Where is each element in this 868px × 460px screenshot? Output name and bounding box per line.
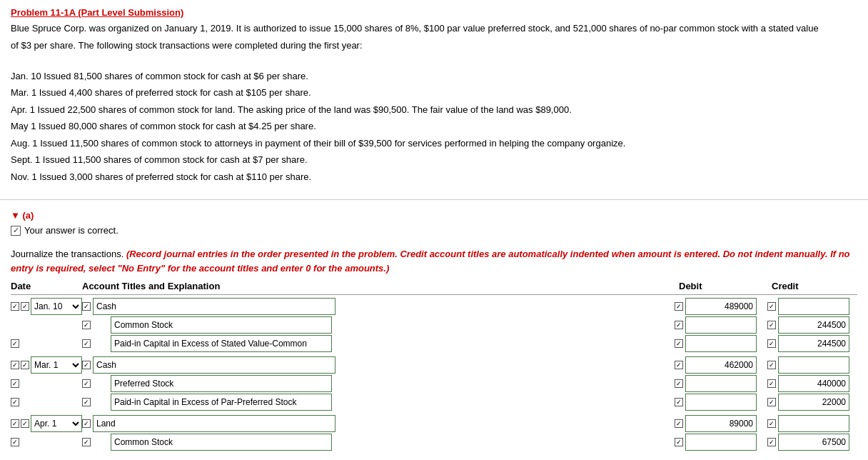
entry-jan10: ✓ ✓ Jan. 10 ✓ ✓ ✓ ✓: [11, 298, 857, 352]
account-row-check-apr1-2: ✓: [82, 438, 91, 446]
credit-input-jan10-cash[interactable]: [778, 298, 849, 315]
credit-check-mar1-3: ✓: [767, 398, 776, 406]
journal-table: Date Account Titles and Explanation Debi…: [11, 281, 857, 451]
debit-input-apr1-common[interactable]: [685, 434, 757, 451]
credit-check-apr1-2: ✓: [767, 438, 776, 446]
header-credit: Credit: [764, 281, 857, 291]
credit-check-jan10-3: ✓: [767, 339, 776, 348]
credit-check-mar1-2: ✓: [767, 379, 776, 388]
entry-mar1: ✓ ✓ Mar. 1 ✓ ✓ ✓ ✓: [11, 356, 857, 411]
date-select-jan10[interactable]: Jan. 10: [31, 298, 82, 315]
credit-input-mar1-cash[interactable]: [778, 356, 849, 374]
extra-check-mar1-2: ✓: [11, 398, 19, 406]
debit-check-mar1-3: ✓: [675, 398, 683, 406]
debit-input-mar1-paidin[interactable]: [685, 394, 757, 411]
account-input-apr1-land[interactable]: [93, 415, 335, 432]
debit-check-apr1-1: ✓: [675, 419, 683, 428]
debit-check-jan10-3: ✓: [675, 339, 683, 348]
account-row-check-jan10-2: ✓: [82, 321, 91, 329]
account-input-mar1-preferred[interactable]: [111, 375, 332, 392]
account-input-apr1-common[interactable]: [111, 434, 332, 451]
header-date: Date: [11, 281, 82, 291]
section-a-header: ▼ (a): [11, 210, 857, 221]
account-input-jan10-paidin[interactable]: [111, 335, 332, 352]
header-debit: Debit: [672, 281, 764, 291]
date-check-jan10: ✓: [11, 302, 19, 311]
debit-check-jan10-2: ✓: [675, 321, 683, 329]
account-input-jan10-cash[interactable]: [93, 298, 335, 315]
account-row-check-mar1-3: ✓: [82, 398, 91, 406]
debit-check-mar1-2: ✓: [675, 379, 683, 388]
account-row-check-mar1-2: ✓: [82, 379, 91, 388]
extra-check-apr1: ✓: [11, 438, 19, 446]
account-row-check-mar1-1: ✓: [82, 361, 91, 369]
credit-check-apr1-1: ✓: [767, 419, 776, 428]
correct-checkbox: ✓: [11, 226, 21, 236]
extra-check-jan10: ✓: [11, 339, 19, 348]
debit-input-jan10-paidin[interactable]: [685, 335, 757, 352]
credit-input-apr1-common[interactable]: [778, 434, 849, 451]
account-row-check-apr1-1: ✓: [82, 419, 91, 428]
debit-input-mar1-cash[interactable]: [685, 356, 757, 374]
date-select-apr1[interactable]: Apr. 1: [31, 415, 82, 432]
credit-input-jan10-common[interactable]: [778, 316, 849, 334]
problem-description: Blue Spruce Corp. was organized on Janua…: [0, 21, 868, 194]
credit-input-apr1-land[interactable]: [778, 415, 849, 432]
credit-input-mar1-paidin[interactable]: [778, 394, 849, 411]
debit-check-apr1-2: ✓: [675, 438, 683, 446]
debit-check-jan10-1: ✓: [675, 302, 683, 311]
debit-input-mar1-preferred[interactable]: [685, 375, 757, 392]
extra-check-mar1: ✓: [11, 379, 19, 388]
debit-input-jan10-common[interactable]: [685, 316, 757, 334]
date-check-apr1: ✓: [11, 419, 19, 428]
credit-input-mar1-preferred[interactable]: [778, 375, 849, 392]
problem-header: Problem 11-1A (Part Level Submission): [0, 0, 868, 21]
account-check-apr1-1: ✓: [21, 419, 29, 428]
date-select-mar1[interactable]: Mar. 1: [31, 356, 82, 374]
header-account: Account Titles and Explanation: [82, 281, 672, 291]
entry-apr1: ✓ ✓ Apr. 1 ✓ ✓ ✓ ✓: [11, 415, 857, 451]
instructions: Journalize the transactions. (Record jou…: [0, 247, 868, 281]
account-input-mar1-cash[interactable]: [93, 356, 335, 374]
correct-text: Your answer is correct.: [24, 225, 118, 236]
account-row-check-jan10-3: ✓: [82, 339, 91, 348]
account-row-check-jan10-1: ✓: [82, 302, 91, 311]
account-check-mar1-1: ✓: [21, 361, 29, 369]
date-check-mar1: ✓: [11, 361, 19, 369]
credit-check-jan10-1: ✓: [767, 302, 776, 311]
credit-check-mar1-1: ✓: [767, 361, 776, 369]
credit-input-jan10-paidin[interactable]: [778, 335, 849, 352]
account-input-jan10-common[interactable]: [111, 316, 332, 334]
account-check-jan10-1: ✓: [21, 302, 29, 311]
account-input-mar1-paidin[interactable]: [111, 394, 332, 411]
debit-check-mar1-1: ✓: [675, 361, 683, 369]
credit-check-jan10-2: ✓: [767, 321, 776, 329]
debit-input-jan10-cash[interactable]: [685, 298, 757, 315]
debit-input-apr1-land[interactable]: [685, 415, 757, 432]
